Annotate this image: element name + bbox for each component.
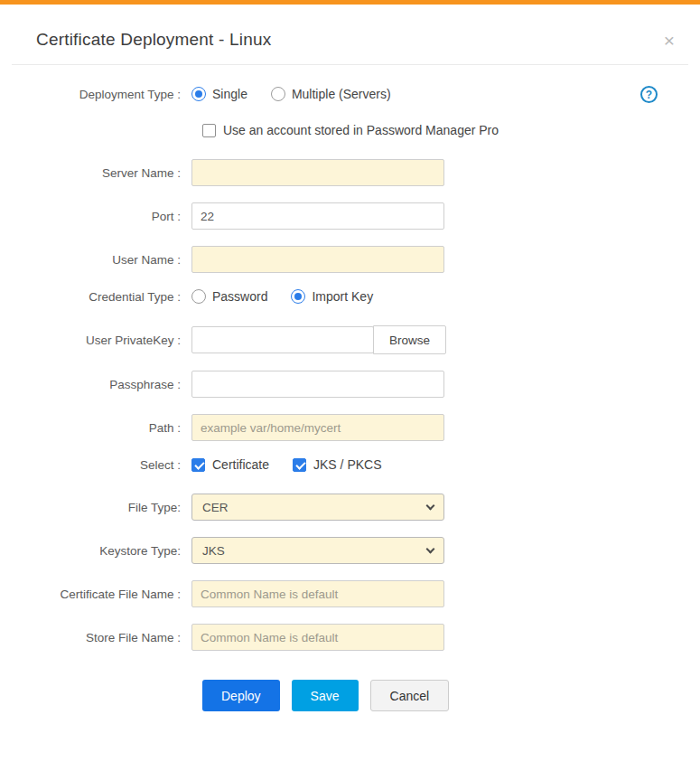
row-user-name: User Name : (0, 246, 700, 273)
browse-button[interactable]: Browse (373, 325, 446, 354)
passphrase-label: Passphrase : (0, 378, 191, 391)
row-credential-type: Credential Type : Password Import Key (0, 289, 700, 304)
radio-password[interactable] (191, 289, 206, 304)
server-name-label: Server Name : (0, 166, 191, 180)
passphrase-input[interactable] (191, 371, 444, 398)
radio-single[interactable] (191, 87, 206, 101)
certificate-checkbox[interactable] (191, 458, 205, 472)
dialog-header: Certificate Deployment - Linux × (0, 5, 700, 64)
certificate-file-name-input[interactable] (191, 580, 444, 607)
row-deployment-type: Deployment Type : Single Multiple (Serve… (0, 87, 700, 101)
port-input[interactable] (191, 202, 444, 230)
row-select: Select : Certificate JKS / PKCS (0, 457, 700, 472)
server-name-input[interactable] (191, 159, 444, 186)
user-private-key-label: User PrivateKey : (0, 334, 191, 347)
certificate-file-name-label: Certificate File Name : (0, 588, 191, 601)
row-port: Port : (0, 202, 700, 230)
store-file-name-input[interactable] (191, 624, 444, 651)
pmp-account-label[interactable]: Use an account stored in Password Manage… (223, 123, 499, 137)
select-label: Select : (0, 458, 191, 472)
user-name-input[interactable] (191, 246, 444, 273)
help-icon[interactable]: ? (640, 86, 658, 103)
keystore-type-label: Keystore Type: (0, 544, 191, 558)
chevron-down-icon (426, 501, 435, 510)
user-name-label: User Name : (0, 253, 191, 267)
keystore-type-value: JKS (202, 544, 225, 558)
save-button[interactable]: Save (292, 680, 359, 711)
certificate-deployment-form: Deployment Type : Single Multiple (Serve… (0, 65, 700, 711)
deployment-type-label: Deployment Type : (0, 88, 191, 101)
jks-pkcs-checkbox-label[interactable]: JKS / PKCS (313, 457, 381, 472)
row-keystore-type: Keystore Type: JKS (0, 537, 700, 564)
row-file-type: File Type: CER (0, 494, 700, 521)
cancel-button[interactable]: Cancel (370, 680, 450, 711)
store-file-name-label: Store File Name : (0, 631, 191, 644)
path-label: Path : (0, 421, 191, 435)
user-private-key-input[interactable] (191, 326, 374, 353)
deploy-button[interactable]: Deploy (202, 680, 280, 711)
row-pmp-account: Use an account stored in Password Manage… (0, 123, 700, 137)
radio-password-label[interactable]: Password (212, 289, 267, 304)
radio-multiple[interactable] (271, 87, 285, 101)
row-store-file-name: Store File Name : (0, 624, 700, 651)
radio-import-key[interactable] (291, 289, 305, 304)
credential-type-label: Credential Type : (0, 290, 191, 304)
pmp-account-checkbox[interactable] (202, 124, 216, 137)
file-type-label: File Type: (0, 501, 191, 514)
radio-multiple-label[interactable]: Multiple (Servers) (292, 87, 391, 101)
dialog-title: Certificate Deployment - Linux (36, 30, 272, 50)
chevron-down-icon (426, 544, 435, 553)
radio-import-key-label[interactable]: Import Key (312, 289, 373, 304)
row-server-name: Server Name : (0, 159, 700, 186)
jks-pkcs-checkbox[interactable] (293, 458, 306, 472)
file-type-select[interactable]: CER (191, 494, 444, 521)
port-label: Port : (0, 210, 191, 223)
radio-single-label[interactable]: Single (212, 87, 247, 101)
row-path: Path : (0, 414, 700, 441)
row-user-private-key: User PrivateKey : Browse (0, 325, 700, 354)
action-buttons: Deploy Save Cancel (202, 680, 700, 711)
path-input[interactable] (191, 414, 444, 441)
row-certificate-file-name: Certificate File Name : (0, 580, 700, 607)
keystore-type-select[interactable]: JKS (191, 537, 444, 564)
close-icon[interactable]: × (664, 31, 675, 50)
certificate-checkbox-label[interactable]: Certificate (212, 457, 269, 472)
row-passphrase: Passphrase : (0, 371, 700, 398)
file-type-value: CER (202, 501, 229, 514)
